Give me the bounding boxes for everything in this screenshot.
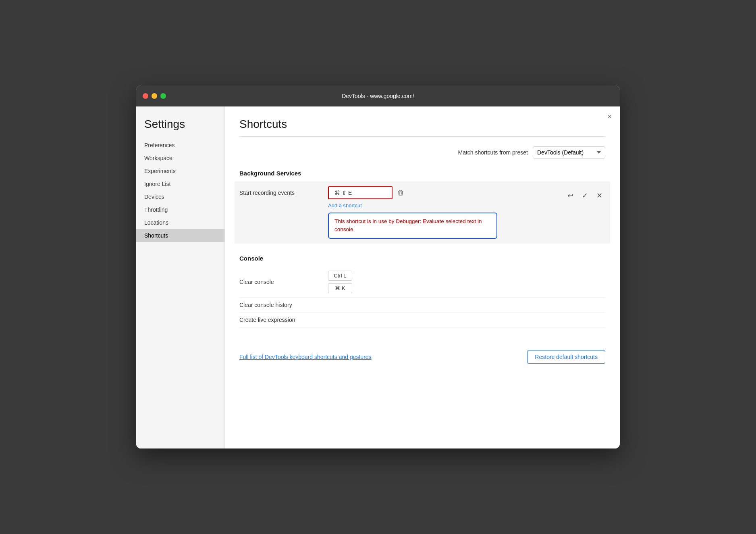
background-services-title: Background Services	[239, 170, 605, 177]
content-area: Settings Preferences Workspace Experimen…	[136, 106, 620, 448]
maximize-traffic-light[interactable]	[160, 93, 166, 99]
start-recording-label: Start recording events	[239, 186, 328, 196]
restore-defaults-button[interactable]: Restore default shortcuts	[527, 350, 605, 364]
full-list-link[interactable]: Full list of DevTools keyboard shortcuts…	[239, 354, 372, 360]
cancel-edit-button[interactable]: ✕	[593, 190, 605, 202]
undo-button[interactable]: ↩	[564, 190, 576, 202]
key-e: E	[348, 190, 352, 196]
preset-label: Match shortcuts from preset	[458, 149, 528, 156]
console-section: Console Clear console Ctrl L ⌘ K Clear c…	[239, 255, 605, 327]
key-input-row: ⌘ ⇧ E	[328, 186, 564, 199]
window-title: DevTools - www.google.com/	[342, 93, 414, 99]
sidebar-item-experiments[interactable]: Experiments	[136, 165, 224, 177]
clear-console-label: Clear console	[239, 279, 328, 285]
add-shortcut-link[interactable]: Add a shortcut	[328, 202, 564, 209]
key-input-box[interactable]: ⌘ ⇧ E	[328, 186, 393, 199]
clear-console-history-label: Clear console history	[239, 302, 328, 308]
sidebar-item-preferences[interactable]: Preferences	[136, 139, 224, 152]
start-recording-keys-area: ⌘ ⇧ E Add a shortcut	[328, 186, 564, 239]
traffic-lights	[143, 93, 166, 99]
page-title: Shortcuts	[239, 118, 605, 131]
sidebar-item-ignore-list[interactable]: Ignore List	[136, 177, 224, 190]
background-services-section: Background Services Start recording even…	[239, 170, 605, 244]
devtools-window: DevTools - www.google.com/ Settings Pref…	[136, 86, 620, 448]
preset-row: Match shortcuts from preset DevTools (De…	[239, 146, 605, 159]
key-shift: ⇧	[342, 190, 347, 196]
close-button[interactable]: ×	[607, 113, 612, 120]
clear-console-row: Clear console Ctrl L ⌘ K	[239, 267, 605, 298]
sidebar: Settings Preferences Workspace Experimen…	[136, 106, 225, 448]
footer-area: Full list of DevTools keyboard shortcuts…	[239, 344, 605, 364]
sidebar-item-workspace[interactable]: Workspace	[136, 152, 224, 165]
create-live-expression-row: Create live expression	[239, 313, 605, 327]
key-badge-ctrl-l: Ctrl L	[328, 271, 352, 281]
title-divider	[239, 136, 605, 137]
create-live-expression-label: Create live expression	[239, 317, 328, 323]
sidebar-item-devices[interactable]: Devices	[136, 190, 224, 203]
sidebar-heading: Settings	[136, 118, 224, 139]
key-badge-cmd-k: ⌘ K	[328, 283, 352, 293]
sidebar-item-locations[interactable]: Locations	[136, 216, 224, 229]
start-recording-row: Start recording events ⌘ ⇧ E	[235, 181, 610, 244]
error-tooltip: This shortcut is in use by Debugger: Eva…	[328, 213, 497, 239]
clear-console-history-row: Clear console history	[239, 298, 605, 313]
delete-shortcut-button[interactable]	[396, 188, 405, 198]
close-traffic-light[interactable]	[143, 93, 148, 99]
error-message: This shortcut is in use by Debugger: Eva…	[334, 218, 482, 232]
console-title: Console	[239, 255, 605, 262]
action-buttons: ↩ ✓ ✕	[564, 186, 605, 202]
minimize-traffic-light[interactable]	[152, 93, 157, 99]
main-content: × Shortcuts Match shortcuts from preset …	[225, 106, 620, 448]
titlebar: DevTools - www.google.com/	[136, 86, 620, 106]
confirm-button[interactable]: ✓	[579, 190, 591, 202]
sidebar-item-shortcuts[interactable]: Shortcuts	[136, 229, 224, 242]
clear-console-keys: Ctrl L ⌘ K	[328, 271, 352, 293]
key-command: ⌘	[334, 190, 340, 196]
sidebar-item-throttling[interactable]: Throttling	[136, 203, 224, 216]
preset-select[interactable]: DevTools (Default) Visual Studio Code	[533, 146, 605, 159]
